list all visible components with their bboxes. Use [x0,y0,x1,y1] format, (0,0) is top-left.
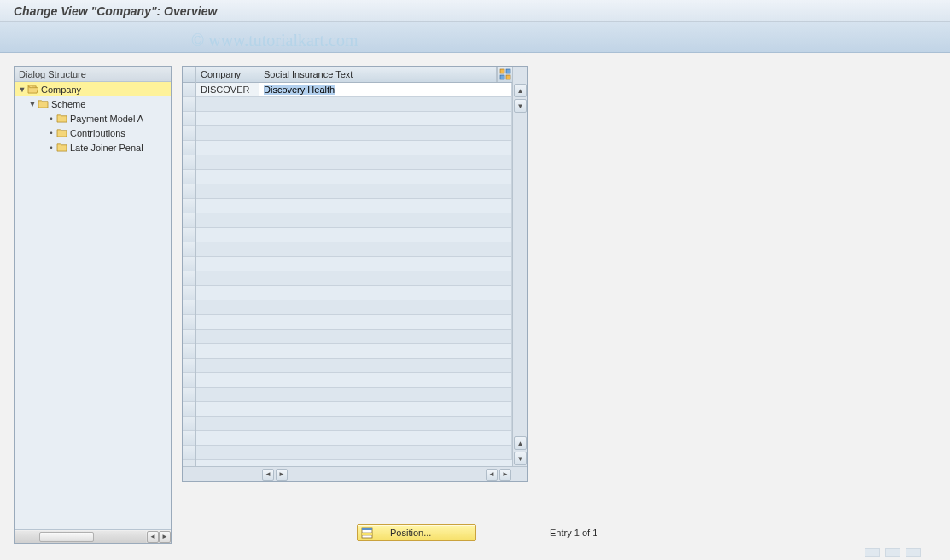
row-selector[interactable] [183,446,195,460]
table-horizontal-scrollbar[interactable]: ◄ ► ◄ ► [183,466,527,481]
select-all-rows[interactable] [183,67,195,83]
cell-social-insurance-text [259,344,512,358]
bullet-icon: • [47,129,55,137]
cell-company [196,315,259,329]
cell-company [196,170,259,184]
tree-node-late-joiner-penal[interactable]: • Late Joiner Penal [15,140,171,155]
cell-company [196,271,259,285]
sap-window: Change View "Company": Overview © www.tu… [0,0,950,560]
table-row-empty [196,228,512,242]
row-selector[interactable] [183,141,195,155]
cell-social-insurance-text [259,141,512,155]
scrollbar-thumb[interactable] [39,532,94,542]
cell-company [196,184,259,198]
tree-node-scheme[interactable]: ▼ Scheme [15,96,171,111]
cell-company [196,126,259,140]
scroll-left-icon[interactable]: ◄ [147,531,159,543]
scroll-right-icon[interactable]: ► [276,469,288,481]
table-row-empty [196,388,512,402]
scroll-right-icon[interactable]: ► [499,469,511,481]
scrollbar-track[interactable] [15,531,146,543]
table-row-empty [196,344,512,359]
table-row-empty [196,417,512,431]
row-selector[interactable] [183,126,195,141]
table-row-empty [196,184,512,199]
position-button-label: Position... [390,528,431,538]
folder-open-icon [27,85,38,94]
cell-company [196,402,259,416]
row-selector[interactable] [183,431,195,446]
editable-text-selection[interactable]: Discovery Health [264,85,335,95]
row-selector[interactable] [183,300,195,315]
row-selector[interactable] [183,242,195,257]
table-row-empty [196,155,512,170]
tree-node-company[interactable]: ▼ Company [15,82,171,96]
tree-horizontal-scrollbar[interactable]: ◄ ► [15,529,171,543]
scroll-right-icon[interactable]: ► [159,531,171,543]
row-selector[interactable] [183,286,195,300]
cell-company [196,388,259,401]
bullet-icon: • [47,143,55,152]
row-selector[interactable] [183,315,195,330]
row-selector[interactable] [183,112,195,126]
row-selector[interactable] [183,199,195,213]
table-row-empty [196,242,512,257]
page-title: Change View "Company": Overview [14,4,217,18]
cell-social-insurance-text [259,199,512,213]
column-header-company[interactable]: Company [196,67,259,82]
row-selector[interactable] [183,402,195,417]
row-selector[interactable] [183,388,195,402]
scroll-up-icon[interactable]: ▲ [514,84,527,97]
row-selector[interactable] [183,257,195,271]
bullet-icon: • [47,114,55,123]
row-selector[interactable] [183,184,195,199]
tree-node-payment-model[interactable]: • Payment Model A [15,111,171,125]
cell-company[interactable]: DISCOVER [196,83,259,96]
svg-rect-5 [362,528,372,530]
svg-rect-8 [362,533,372,535]
scroll-up-icon[interactable]: ▲ [514,436,527,450]
cell-social-insurance-text [259,417,512,430]
cell-social-insurance-text [259,257,512,271]
row-selector[interactable] [183,228,195,242]
row-selector[interactable] [183,213,195,228]
scroll-down-icon[interactable]: ▼ [514,99,527,113]
scroll-down-icon[interactable]: ▼ [514,452,527,465]
body-area: Dialog Structure ▼ Company ▼ Scheme [0,53,950,560]
column-header-social-insurance-text[interactable]: Social Insurance Text [259,67,497,82]
row-selector[interactable] [183,155,195,170]
row-selector[interactable] [183,330,195,344]
row-selector[interactable] [183,97,195,112]
scroll-left-icon[interactable]: ◄ [486,469,498,481]
cell-social-insurance-text[interactable]: Discovery Health [259,83,512,96]
dialog-structure-tree[interactable]: ▼ Company ▼ Scheme • [15,82,171,529]
cell-company [196,213,259,227]
scroll-left-icon[interactable]: ◄ [262,469,274,481]
status-bar-icons [865,548,941,558]
table-row-empty [196,112,512,126]
position-button[interactable]: Position... [357,524,476,541]
chevron-down-icon[interactable]: ▼ [18,85,26,94]
row-selector[interactable] [183,170,195,184]
row-selector[interactable] [183,344,195,359]
entry-count-status: Entry 1 of 1 [550,528,597,538]
table-row-empty [196,359,512,373]
chevron-down-icon[interactable]: ▼ [28,100,37,108]
table-vertical-scrollbar[interactable]: ▲ ▼ ▲ ▼ [512,67,527,466]
folder-icon [56,128,67,137]
row-selector[interactable] [183,359,195,373]
scrollbar-track[interactable] [513,114,527,435]
row-selector[interactable] [183,83,195,97]
cell-social-insurance-text [259,300,512,314]
cell-social-insurance-text [259,286,512,300]
table-row[interactable]: DISCOVERDiscovery Health [196,83,512,97]
cell-company [196,286,259,300]
cell-social-insurance-text [259,126,512,140]
row-selector[interactable] [183,417,195,431]
row-selector[interactable] [183,271,195,286]
cell-social-insurance-text [259,330,512,343]
row-selector[interactable] [183,373,195,388]
tree-node-contributions[interactable]: • Contributions [15,125,171,140]
table-settings-icon[interactable] [497,67,512,82]
application-toolbar: © www.tutorialkart.com [0,22,950,53]
